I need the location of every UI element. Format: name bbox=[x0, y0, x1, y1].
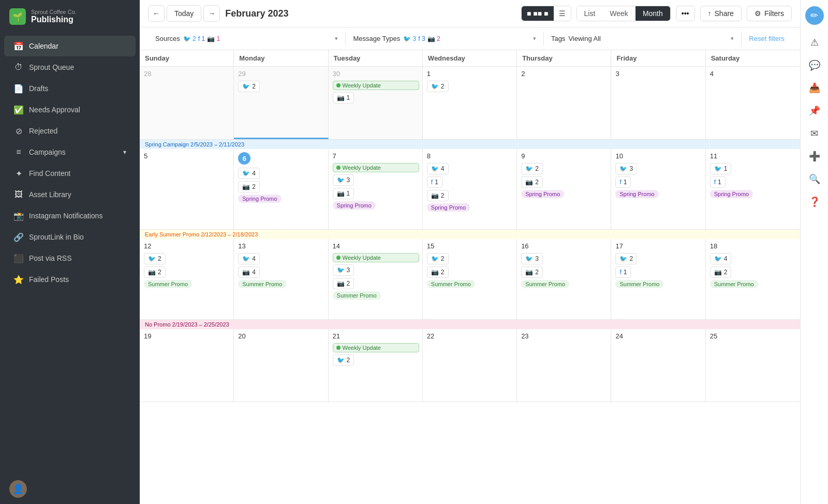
post-chip-twitter[interactable]: 🐦 3 bbox=[615, 163, 637, 174]
spring-promo-tag[interactable]: Spring Promo bbox=[710, 190, 753, 198]
post-chip-instagram[interactable]: 📷 2 bbox=[521, 176, 543, 188]
sidebar-item-post-rss[interactable]: ⬛ Post via RSS bbox=[4, 248, 136, 269]
help-icon[interactable]: ❓ bbox=[805, 192, 824, 211]
tags-label: Tags bbox=[551, 35, 565, 42]
wednesday-header: Wednesday bbox=[423, 50, 517, 66]
twitter-icon: 🐦 bbox=[337, 266, 345, 274]
share-icon: ↑ bbox=[708, 9, 712, 18]
summer-promo-tag[interactable]: Summer Promo bbox=[144, 280, 192, 288]
inbox-icon[interactable]: 📥 bbox=[805, 79, 824, 97]
sidebar-item-asset-library[interactable]: 🖼 Asset Library bbox=[4, 184, 136, 205]
today-button[interactable]: Today bbox=[167, 5, 201, 22]
post-chip-facebook[interactable]: f 1 bbox=[427, 176, 442, 188]
filters-button[interactable]: ⚙ Filters bbox=[747, 6, 792, 21]
sidebar-item-sproutlink[interactable]: 🔗 SproutLink in Bio bbox=[4, 227, 136, 247]
post-chip-twitter[interactable]: 🐦 2 bbox=[615, 253, 637, 264]
post-chip-twitter[interactable]: 🐦 4 bbox=[238, 253, 260, 264]
compose-button[interactable]: ✏ bbox=[805, 6, 824, 25]
date-16: 16 bbox=[521, 242, 608, 250]
post-chip-instagram[interactable]: 📷 2 bbox=[521, 266, 543, 278]
summer-promo-tag[interactable]: Summer Promo bbox=[521, 280, 569, 288]
summer-promo-tag[interactable]: Summer Promo bbox=[333, 291, 381, 300]
weekly-update-badge[interactable]: Weekly Update bbox=[333, 253, 419, 262]
post-chip-facebook[interactable]: f 1 bbox=[710, 176, 726, 188]
post-chip-twitter[interactable]: 🐦 3 bbox=[521, 253, 543, 264]
sidebar-item-sprout-queue[interactable]: ⏱ Sprout Queue bbox=[4, 57, 136, 78]
prev-button[interactable]: ← bbox=[148, 5, 165, 22]
post-chip-instagram[interactable]: 📷 1 bbox=[333, 188, 354, 199]
send-icon[interactable]: ✉ bbox=[805, 124, 824, 143]
post-chip-instagram[interactable]: 📷 4 bbox=[238, 266, 260, 278]
spring-promo-tag[interactable]: Spring Promo bbox=[521, 190, 564, 198]
post-chip-twitter[interactable]: 🐦 2 bbox=[427, 253, 449, 264]
post-chip-twitter[interactable]: 🐦 3 bbox=[333, 264, 354, 276]
weekly-update-badge[interactable]: Weekly Update bbox=[333, 343, 419, 352]
share-button[interactable]: ↑ Share bbox=[700, 6, 742, 21]
weekly-update-badge[interactable]: Weekly Update bbox=[333, 163, 419, 172]
messages-icon[interactable]: 💬 bbox=[805, 56, 824, 75]
failed-posts-icon: ⭐ bbox=[13, 274, 24, 285]
rejected-icon: ⊘ bbox=[13, 126, 24, 136]
weekly-update-badge[interactable]: Weekly Update bbox=[333, 81, 419, 90]
sidebar-item-failed-posts[interactable]: ⭐ Failed Posts bbox=[4, 269, 136, 290]
sidebar-item-needs-approval[interactable]: ✅ Needs Approval bbox=[4, 99, 136, 120]
spring-promo-tag[interactable]: Spring Promo bbox=[615, 190, 658, 198]
spring-promo-tag[interactable]: Spring Promo bbox=[427, 203, 470, 212]
twitter-icon: 🐦 bbox=[148, 255, 156, 262]
tuesday-header: Tuesday bbox=[329, 50, 423, 66]
add-icon[interactable]: ➕ bbox=[805, 147, 824, 166]
spring-promo-tag[interactable]: Spring Promo bbox=[333, 201, 376, 210]
post-chip-facebook[interactable]: f 1 bbox=[615, 176, 631, 188]
alert-icon[interactable]: ⚠ bbox=[805, 33, 824, 52]
post-chip-twitter[interactable]: 🐦 2 bbox=[144, 253, 166, 264]
twitter-icon: 🐦 bbox=[525, 255, 533, 262]
tags-filter[interactable]: Tags Viewing All ▾ bbox=[544, 32, 742, 46]
post-chip-twitter[interactable]: 🐦 2 bbox=[521, 163, 543, 174]
sidebar-item-label: Rejected bbox=[29, 127, 57, 135]
facebook-icon: f 1 bbox=[198, 35, 205, 42]
more-options-button[interactable]: ••• bbox=[676, 6, 695, 21]
tab-list[interactable]: List bbox=[577, 6, 603, 21]
twitter-icon: 🐦 bbox=[337, 357, 345, 364]
list-view-button[interactable]: ☰ bbox=[554, 6, 571, 21]
sidebar-item-campaigns[interactable]: ≡ Campaigns ▾ bbox=[4, 142, 136, 162]
search-icon[interactable]: 🔍 bbox=[805, 170, 824, 188]
sidebar-item-calendar[interactable]: 📅 Calendar bbox=[4, 36, 136, 56]
post-chip-twitter[interactable]: 🐦 2 bbox=[427, 81, 449, 92]
post-chip-twitter[interactable]: 🐦 2 bbox=[333, 354, 354, 366]
post-chip-twitter[interactable]: 🐦 4 bbox=[427, 163, 449, 174]
tab-month[interactable]: Month bbox=[635, 6, 670, 21]
summer-promo-tag[interactable]: Summer Promo bbox=[615, 280, 663, 288]
user-avatar[interactable]: 👤 bbox=[9, 480, 27, 498]
pin-icon[interactable]: 📌 bbox=[805, 101, 824, 120]
facebook-icon: f bbox=[619, 179, 621, 186]
post-chip-instagram[interactable]: 📷 2 bbox=[238, 181, 260, 192]
instagram-icon: 📷 bbox=[337, 280, 345, 287]
post-chip-twitter[interactable]: 🐦 2 bbox=[238, 81, 260, 92]
post-chip-facebook[interactable]: f 1 bbox=[615, 266, 631, 278]
tab-week[interactable]: Week bbox=[602, 6, 635, 21]
message-types-filter[interactable]: Message Types 🐦 3 f 3 📷 2 ▾ bbox=[346, 32, 543, 46]
grid-view-button[interactable]: ■ ■■ ■ bbox=[522, 6, 554, 21]
spring-promo-tag[interactable]: Spring Promo bbox=[238, 195, 281, 203]
summer-promo-tag[interactable]: Summer Promo bbox=[238, 280, 286, 288]
sidebar-item-drafts[interactable]: 📄 Drafts bbox=[4, 78, 136, 99]
summer-promo-tag[interactable]: Summer Promo bbox=[427, 280, 475, 288]
post-chip-instagram[interactable]: 📷 2 bbox=[710, 266, 732, 278]
summer-promo-tag[interactable]: Summer Promo bbox=[710, 280, 758, 288]
sidebar-item-instagram-notifications[interactable]: 📸 Instagram Notifications bbox=[4, 205, 136, 226]
post-chip-twitter[interactable]: 🐦 4 bbox=[238, 168, 260, 179]
next-button[interactable]: → bbox=[203, 5, 220, 22]
sidebar-item-find-content[interactable]: ✦ Find Content bbox=[4, 163, 136, 184]
reset-filters-button[interactable]: Reset filters bbox=[742, 35, 792, 42]
post-chip-instagram[interactable]: 📷 2 bbox=[427, 190, 449, 201]
sources-filter[interactable]: Sources 🐦 2 f 1 📷 1 ▾ bbox=[148, 32, 346, 46]
post-chip-twitter[interactable]: 🐦 4 bbox=[710, 253, 732, 264]
post-chip-instagram[interactable]: 📷 2 bbox=[144, 266, 166, 278]
post-chip-instagram[interactable]: 📷 2 bbox=[427, 266, 449, 278]
post-chip-instagram[interactable]: 📷 2 bbox=[333, 278, 354, 289]
post-chip-instagram[interactable]: 📷 1 bbox=[333, 92, 354, 103]
post-chip-twitter[interactable]: 🐦 1 bbox=[710, 163, 732, 174]
sidebar-item-rejected[interactable]: ⊘ Rejected bbox=[4, 121, 136, 141]
post-chip-twitter[interactable]: 🐦 3 bbox=[333, 174, 354, 186]
